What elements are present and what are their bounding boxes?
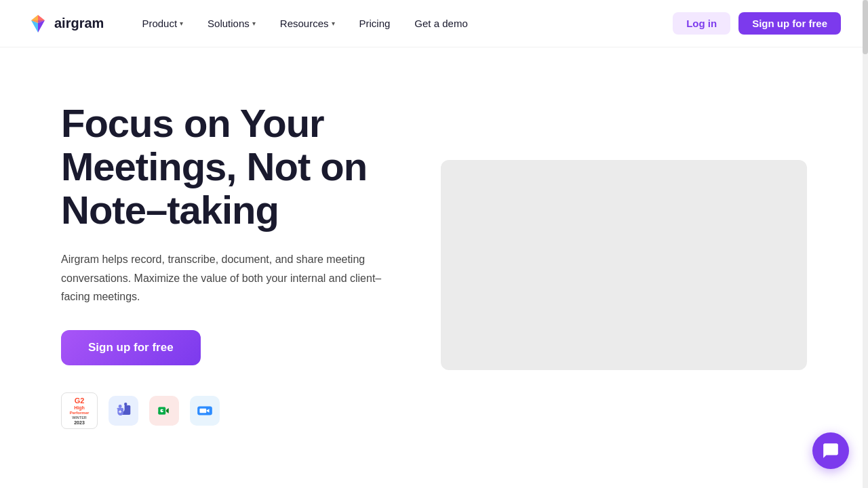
teams-integration-icon xyxy=(108,396,138,426)
nav-links: Product ▾ Solutions ▾ Resources ▾ Pricin… xyxy=(131,12,673,35)
hero-signup-button[interactable]: Sign up for free xyxy=(61,330,201,365)
social-proof: G2 High Performer WINTER 2023 xyxy=(61,392,400,429)
nav-actions: Log in Sign up for free xyxy=(673,12,841,35)
meet-svg xyxy=(155,402,173,420)
nav-product[interactable]: Product ▾ xyxy=(131,12,194,35)
hero-media xyxy=(441,160,807,370)
g2-high-text: High xyxy=(74,405,85,410)
hero-title: Focus on Your Meetings, Not on Note–taki… xyxy=(61,102,400,231)
g2-logo: G2 xyxy=(75,396,85,405)
hero-left: Focus on Your Meetings, Not on Note–taki… xyxy=(61,102,400,429)
hero-section: Focus on Your Meetings, Not on Note–taki… xyxy=(7,47,861,470)
zoom-integration-icon xyxy=(190,396,220,426)
logo-text: airgram xyxy=(54,16,104,31)
scrollbar-track[interactable] xyxy=(863,0,868,470)
svg-point-1 xyxy=(124,403,127,405)
scrollbar-thumb[interactable] xyxy=(863,0,868,54)
chat-bubble-button[interactable] xyxy=(812,432,849,469)
resources-chevron-icon: ▾ xyxy=(332,20,335,27)
zoom-svg xyxy=(196,402,214,420)
hero-description: Airgram helps record, transcribe, docume… xyxy=(61,250,387,306)
navbar: airgram Product ▾ Solutions ▾ Resources … xyxy=(0,0,868,47)
logo-link[interactable]: airgram xyxy=(27,13,104,35)
meet-integration-icon xyxy=(149,396,179,426)
svg-point-2 xyxy=(119,405,122,408)
product-chevron-icon: ▾ xyxy=(180,20,183,27)
nav-pricing[interactable]: Pricing xyxy=(349,12,401,35)
chat-bubble-icon xyxy=(822,442,840,460)
solutions-chevron-icon: ▾ xyxy=(252,20,256,27)
logo-icon xyxy=(27,13,49,35)
g2-year-text: 2023 xyxy=(74,420,85,425)
g2-performer-text: Performer xyxy=(70,411,90,415)
nav-solutions[interactable]: Solutions ▾ xyxy=(197,12,267,35)
teams-svg xyxy=(115,402,132,420)
g2-season-text: WINTER xyxy=(72,415,87,420)
video-placeholder xyxy=(441,160,807,370)
g2-badge: G2 High Performer WINTER 2023 xyxy=(61,392,98,429)
nav-signup-button[interactable]: Sign up for free xyxy=(738,12,841,35)
login-button[interactable]: Log in xyxy=(673,12,730,35)
nav-resources[interactable]: Resources ▾ xyxy=(269,12,346,35)
svg-rect-4 xyxy=(120,410,121,413)
svg-rect-9 xyxy=(162,410,164,411)
nav-get-demo[interactable]: Get a demo xyxy=(403,12,478,35)
